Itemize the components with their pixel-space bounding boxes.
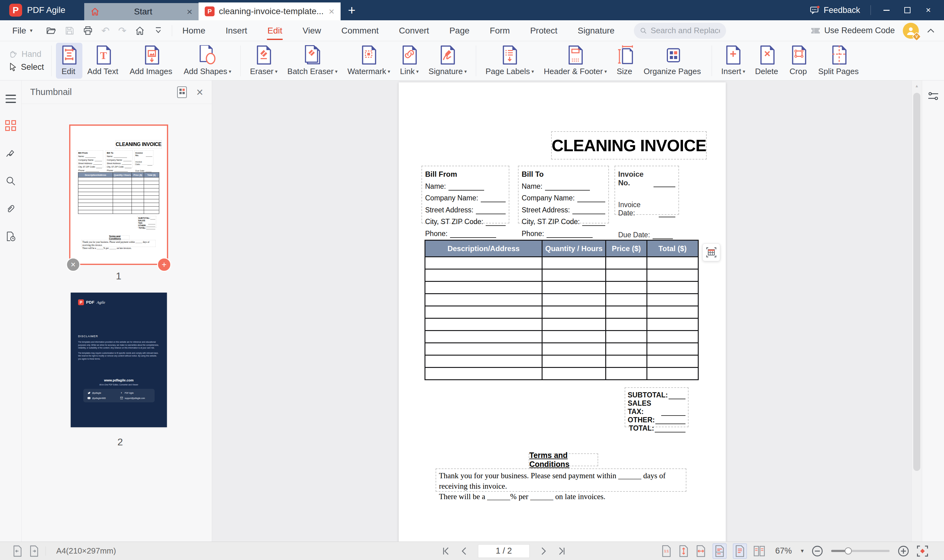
menu-page[interactable]: Page (449, 23, 469, 39)
home-view-icon[interactable] (135, 26, 145, 35)
redo-icon[interactable]: ↷ (118, 26, 126, 35)
select-tool[interactable]: Select (8, 62, 44, 72)
invoice-table-row[interactable] (425, 331, 698, 343)
thumbnail-panel-icon[interactable] (5, 120, 16, 131)
continuous-scroll-mode[interactable] (713, 543, 727, 559)
pdf-page[interactable]: CLEANING INVOICE Bill From Name: Company… (71, 126, 167, 263)
zoom-in-button[interactable] (897, 545, 910, 557)
scrollbar-thumb[interactable] (913, 93, 920, 471)
menu-convert[interactable]: Convert (399, 23, 429, 39)
zoom-level[interactable]: 67% (775, 546, 792, 556)
tab-document[interactable]: P cleaning-invoice-template.... × (198, 3, 341, 20)
ribbon-size-button[interactable]: Size (612, 43, 639, 79)
next-view-icon[interactable] (29, 545, 39, 557)
terms-paragraph-box[interactable]: Thank you for your business. Please send… (435, 468, 686, 492)
menu-signature[interactable]: Signature (578, 23, 615, 39)
invoice-table-row[interactable] (425, 368, 698, 380)
menu-protect[interactable]: Protect (530, 23, 558, 39)
fit-page-icon[interactable] (678, 545, 689, 557)
menu-comment[interactable]: Comment (341, 23, 378, 39)
collapse-ribbon-icon[interactable] (927, 28, 935, 34)
fullscreen-icon[interactable] (916, 545, 929, 557)
pdf-page[interactable]: CLEANING INVOICE Bill From Name: Company… (399, 82, 726, 542)
invoice-table-row[interactable] (425, 269, 698, 282)
ribbon-split-pages-button[interactable]: Split Pages (813, 43, 865, 79)
vertical-scrollbar[interactable]: ▲ (912, 80, 922, 542)
ribbon-add-text-button[interactable]: T Add Text (82, 43, 125, 79)
window-close-button[interactable]: × (923, 5, 933, 15)
avatar[interactable]: V (903, 23, 919, 39)
thumbnail-grid-view-icon[interactable] (175, 86, 188, 98)
menu-edit[interactable]: Edit (268, 23, 282, 39)
invoice-table-row[interactable] (425, 282, 698, 294)
previous-page-icon[interactable] (460, 546, 469, 556)
ribbon-page-labels-button[interactable]: Page Labels▾ (480, 43, 539, 79)
bill-from-box[interactable]: Bill From Name: Company Name: Street Add… (421, 166, 509, 223)
document-history-icon[interactable] (6, 231, 16, 242)
invoice-table-row[interactable] (425, 257, 698, 269)
page-thumbnail-2[interactable]: P PDF Agile DISCLAIMER The templates and… (71, 292, 167, 427)
document-canvas[interactable]: CLEANING INVOICE Bill From Name: Company… (212, 80, 912, 542)
page-indicator[interactable]: 1 / 2 (478, 544, 530, 558)
scrollbar-up-icon[interactable]: ▲ (912, 84, 922, 88)
facing-pages-icon[interactable] (753, 545, 766, 557)
tab-start[interactable]: Start × (84, 3, 198, 20)
fit-width-icon[interactable] (695, 545, 706, 557)
ribbon-organize-pages-button[interactable]: Organize Pages (639, 43, 707, 79)
tab-start-close-icon[interactable]: × (187, 7, 192, 17)
feedback-button[interactable]: Feedback (810, 6, 860, 15)
undo-icon[interactable]: ↶ (101, 26, 110, 35)
next-page-icon[interactable] (539, 546, 548, 556)
ribbon-insert-button[interactable]: Insert▾ (716, 43, 750, 79)
annotation-pen-icon[interactable] (6, 148, 16, 158)
zoom-slider[interactable] (831, 550, 890, 552)
file-menu[interactable]: File ▾ (12, 26, 32, 35)
menu-insert[interactable]: Insert (226, 23, 247, 39)
ribbon-header-footer-button[interactable]: Header & Footer▾ (539, 43, 612, 79)
search-box[interactable] (634, 23, 726, 39)
hand-tool[interactable]: Hand (8, 49, 44, 59)
menu-view[interactable]: View (303, 23, 321, 39)
attachment-icon[interactable] (6, 203, 16, 214)
zoom-out-button[interactable] (811, 545, 824, 557)
open-file-icon[interactable] (46, 26, 56, 35)
invoice-info-box[interactable]: Invoice No. Invoice Date: Due Date: (615, 166, 679, 215)
bill-to-box[interactable]: Bill To Name: Company Name: Street Addre… (518, 166, 609, 223)
customize-toolbar-icon[interactable] (154, 26, 163, 35)
invoice-table-row[interactable] (425, 343, 698, 355)
last-page-icon[interactable] (557, 546, 567, 556)
save-icon[interactable] (65, 26, 74, 35)
ribbon-batch-eraser-button[interactable]: Batch Eraser▾ (283, 43, 343, 79)
menu-form[interactable]: Form (490, 23, 510, 39)
add-page-badge[interactable]: + (157, 258, 171, 272)
invoice-table-row[interactable] (425, 318, 698, 331)
zoom-slider-handle[interactable] (845, 548, 852, 554)
edit-table-button[interactable] (703, 243, 720, 261)
totals-box[interactable]: SUBTOTAL: SALES TAX: OTHER: TOTAL: (625, 387, 689, 427)
new-tab-button[interactable]: + (348, 3, 356, 18)
panel-menu-icon[interactable] (6, 95, 16, 103)
ribbon-eraser-button[interactable]: Eraser▾ (245, 43, 283, 79)
search-panel-icon[interactable] (6, 176, 16, 186)
page-thumbnail-1[interactable]: CLEANING INVOICE Bill From Name: Company… (69, 125, 168, 265)
window-maximize-button[interactable] (902, 5, 913, 15)
first-page-icon[interactable] (441, 546, 450, 556)
ribbon-edit-button[interactable]: Edit (56, 43, 82, 79)
invoice-table-row[interactable] (425, 306, 698, 318)
ribbon-signature-button[interactable]: Signature▾ (424, 43, 472, 79)
single-page-mode[interactable] (733, 543, 747, 559)
ribbon-add-images-button[interactable]: Add Images (125, 43, 179, 79)
ribbon-add-shapes-button[interactable]: Add Shapes▾ (179, 43, 237, 79)
ribbon-delete-button[interactable]: Delete (750, 43, 784, 79)
invoice-table-row[interactable] (425, 294, 698, 306)
terms-heading-box[interactable]: Terms and Conditions (529, 453, 598, 466)
actual-size-icon[interactable]: 1:1 (661, 545, 672, 557)
thumbnail-panel-close-icon[interactable]: × (197, 86, 203, 98)
redeem-code-button[interactable]: Use Redeem Code (810, 26, 895, 35)
ribbon-crop-button[interactable]: Crop (785, 43, 813, 79)
ribbon-link-button[interactable]: Link▾ (395, 43, 424, 79)
properties-sliders-icon[interactable] (928, 91, 939, 102)
tab-document-close-icon[interactable]: × (329, 6, 334, 16)
menu-home[interactable]: Home (182, 23, 205, 39)
invoice-line-items-table[interactable]: Description/Address Quantity / Hours Pri… (424, 240, 699, 380)
